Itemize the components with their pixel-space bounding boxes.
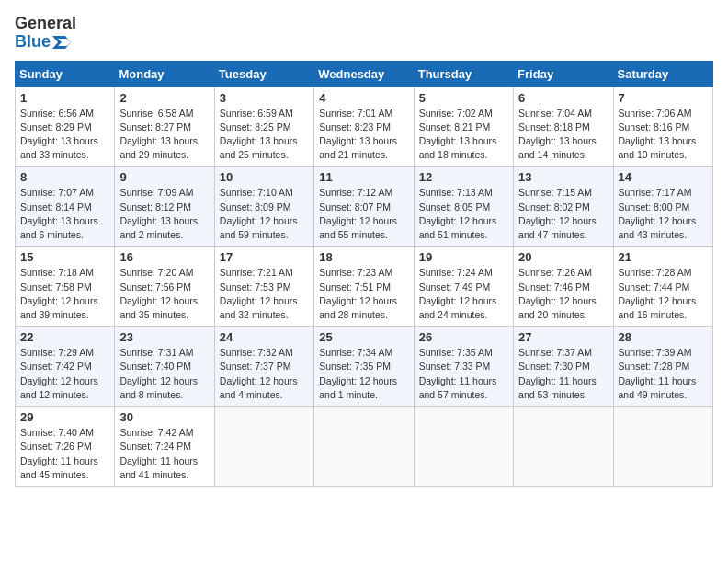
column-header-tuesday: Tuesday	[214, 61, 313, 86]
day-info: Sunrise: 7:17 AM Sunset: 8:00 PM Dayligh…	[619, 186, 708, 242]
day-info: Sunrise: 7:42 AM Sunset: 7:24 PM Dayligh…	[119, 426, 209, 482]
day-number: 13	[518, 170, 608, 184]
day-info: Sunrise: 7:35 AM Sunset: 7:33 PM Dayligh…	[419, 346, 508, 402]
day-cell: 24Sunrise: 7:32 AM Sunset: 7:37 PM Dayli…	[214, 327, 313, 407]
day-number: 28	[619, 330, 708, 344]
day-cell: 27Sunrise: 7:37 AM Sunset: 7:30 PM Dayli…	[514, 327, 613, 407]
day-number: 4	[319, 91, 408, 105]
day-cell: 18Sunrise: 7:23 AM Sunset: 7:51 PM Dayli…	[314, 247, 414, 327]
day-number: 3	[220, 91, 309, 105]
day-number: 2	[119, 91, 209, 105]
day-cell: 4Sunrise: 7:01 AM Sunset: 8:23 PM Daylig…	[314, 86, 414, 167]
day-cell: 28Sunrise: 7:39 AM Sunset: 7:28 PM Dayli…	[613, 327, 712, 407]
day-info: Sunrise: 7:01 AM Sunset: 8:23 PM Dayligh…	[319, 107, 408, 163]
week-row-4: 22Sunrise: 7:29 AM Sunset: 7:42 PM Dayli…	[16, 327, 713, 407]
day-info: Sunrise: 7:26 AM Sunset: 7:46 PM Dayligh…	[518, 266, 608, 322]
day-info: Sunrise: 7:28 AM Sunset: 7:44 PM Dayligh…	[619, 266, 708, 322]
day-number: 7	[619, 91, 708, 105]
day-number: 9	[119, 170, 209, 184]
logo-arrow-icon	[52, 36, 71, 49]
day-cell	[613, 407, 712, 487]
day-number: 29	[20, 410, 109, 424]
day-cell: 11Sunrise: 7:12 AM Sunset: 8:07 PM Dayli…	[314, 167, 414, 247]
week-row-2: 8Sunrise: 7:07 AM Sunset: 8:14 PM Daylig…	[16, 167, 713, 247]
day-number: 30	[119, 410, 209, 424]
day-info: Sunrise: 6:59 AM Sunset: 8:25 PM Dayligh…	[220, 107, 309, 163]
day-number: 16	[119, 250, 209, 264]
day-number: 5	[419, 91, 508, 105]
day-cell: 6Sunrise: 7:04 AM Sunset: 8:18 PM Daylig…	[514, 86, 613, 167]
day-cell: 19Sunrise: 7:24 AM Sunset: 7:49 PM Dayli…	[414, 247, 513, 327]
day-cell: 7Sunrise: 7:06 AM Sunset: 8:16 PM Daylig…	[613, 86, 712, 167]
logo: General Blue	[15, 15, 76, 52]
day-number: 14	[619, 170, 708, 184]
day-cell: 23Sunrise: 7:31 AM Sunset: 7:40 PM Dayli…	[115, 327, 214, 407]
calendar-table: SundayMondayTuesdayWednesdayThursdayFrid…	[15, 61, 713, 487]
day-info: Sunrise: 7:04 AM Sunset: 8:18 PM Dayligh…	[518, 107, 608, 163]
day-number: 21	[619, 250, 708, 264]
day-cell: 13Sunrise: 7:15 AM Sunset: 8:02 PM Dayli…	[514, 167, 613, 247]
day-info: Sunrise: 6:56 AM Sunset: 8:29 PM Dayligh…	[20, 107, 109, 163]
day-info: Sunrise: 7:20 AM Sunset: 7:56 PM Dayligh…	[119, 266, 209, 322]
day-cell	[214, 407, 313, 487]
week-row-1: 1Sunrise: 6:56 AM Sunset: 8:29 PM Daylig…	[16, 86, 713, 167]
day-number: 24	[220, 330, 309, 344]
day-info: Sunrise: 7:29 AM Sunset: 7:42 PM Dayligh…	[20, 346, 109, 402]
column-header-thursday: Thursday	[414, 61, 513, 86]
day-cell: 8Sunrise: 7:07 AM Sunset: 8:14 PM Daylig…	[16, 167, 115, 247]
day-cell: 3Sunrise: 6:59 AM Sunset: 8:25 PM Daylig…	[214, 86, 313, 167]
day-number: 20	[518, 250, 608, 264]
day-cell: 22Sunrise: 7:29 AM Sunset: 7:42 PM Dayli…	[16, 327, 115, 407]
day-info: Sunrise: 7:15 AM Sunset: 8:02 PM Dayligh…	[518, 186, 608, 242]
day-cell: 10Sunrise: 7:10 AM Sunset: 8:09 PM Dayli…	[214, 167, 313, 247]
day-number: 12	[419, 170, 508, 184]
day-cell: 12Sunrise: 7:13 AM Sunset: 8:05 PM Dayli…	[414, 167, 513, 247]
day-cell: 21Sunrise: 7:28 AM Sunset: 7:44 PM Dayli…	[613, 247, 712, 327]
day-info: Sunrise: 7:07 AM Sunset: 8:14 PM Dayligh…	[20, 186, 109, 242]
day-cell: 26Sunrise: 7:35 AM Sunset: 7:33 PM Dayli…	[414, 327, 513, 407]
day-number: 25	[319, 330, 408, 344]
day-cell: 9Sunrise: 7:09 AM Sunset: 8:12 PM Daylig…	[115, 167, 214, 247]
day-info: Sunrise: 7:09 AM Sunset: 8:12 PM Dayligh…	[119, 186, 209, 242]
day-info: Sunrise: 7:39 AM Sunset: 7:28 PM Dayligh…	[619, 346, 708, 402]
day-number: 6	[518, 91, 608, 105]
day-number: 18	[319, 250, 408, 264]
day-cell: 14Sunrise: 7:17 AM Sunset: 8:00 PM Dayli…	[613, 167, 712, 247]
day-info: Sunrise: 7:21 AM Sunset: 7:53 PM Dayligh…	[220, 266, 309, 322]
day-number: 22	[20, 330, 109, 344]
day-cell: 16Sunrise: 7:20 AM Sunset: 7:56 PM Dayli…	[115, 247, 214, 327]
day-cell: 29Sunrise: 7:40 AM Sunset: 7:26 PM Dayli…	[16, 407, 115, 487]
day-number: 15	[20, 250, 109, 264]
day-number: 10	[220, 170, 309, 184]
day-number: 8	[20, 170, 109, 184]
column-header-wednesday: Wednesday	[314, 61, 414, 86]
day-number: 19	[419, 250, 508, 264]
day-cell: 30Sunrise: 7:42 AM Sunset: 7:24 PM Dayli…	[115, 407, 214, 487]
day-info: Sunrise: 7:18 AM Sunset: 7:58 PM Dayligh…	[20, 266, 109, 322]
day-cell: 25Sunrise: 7:34 AM Sunset: 7:35 PM Dayli…	[314, 327, 414, 407]
day-info: Sunrise: 7:13 AM Sunset: 8:05 PM Dayligh…	[419, 186, 508, 242]
day-info: Sunrise: 7:40 AM Sunset: 7:26 PM Dayligh…	[20, 426, 109, 482]
day-info: Sunrise: 7:10 AM Sunset: 8:09 PM Dayligh…	[220, 186, 309, 242]
day-number: 27	[518, 330, 608, 344]
day-info: Sunrise: 7:24 AM Sunset: 7:49 PM Dayligh…	[419, 266, 508, 322]
day-cell: 1Sunrise: 6:56 AM Sunset: 8:29 PM Daylig…	[16, 86, 115, 167]
day-cell	[314, 407, 414, 487]
logo-general: General	[15, 15, 76, 33]
day-info: Sunrise: 7:37 AM Sunset: 7:30 PM Dayligh…	[518, 346, 608, 402]
day-info: Sunrise: 7:34 AM Sunset: 7:35 PM Dayligh…	[319, 346, 408, 402]
day-cell	[414, 407, 513, 487]
day-number: 1	[20, 91, 109, 105]
day-cell	[514, 407, 613, 487]
week-row-3: 15Sunrise: 7:18 AM Sunset: 7:58 PM Dayli…	[16, 247, 713, 327]
logo-blue: Blue	[15, 33, 71, 52]
day-info: Sunrise: 7:06 AM Sunset: 8:16 PM Dayligh…	[619, 107, 708, 163]
day-info: Sunrise: 7:32 AM Sunset: 7:37 PM Dayligh…	[220, 346, 309, 402]
column-header-sunday: Sunday	[16, 61, 115, 86]
day-cell: 2Sunrise: 6:58 AM Sunset: 8:27 PM Daylig…	[115, 86, 214, 167]
day-info: Sunrise: 7:31 AM Sunset: 7:40 PM Dayligh…	[119, 346, 209, 402]
day-number: 11	[319, 170, 408, 184]
header: General Blue	[15, 15, 713, 52]
day-number: 26	[419, 330, 508, 344]
day-number: 23	[119, 330, 209, 344]
